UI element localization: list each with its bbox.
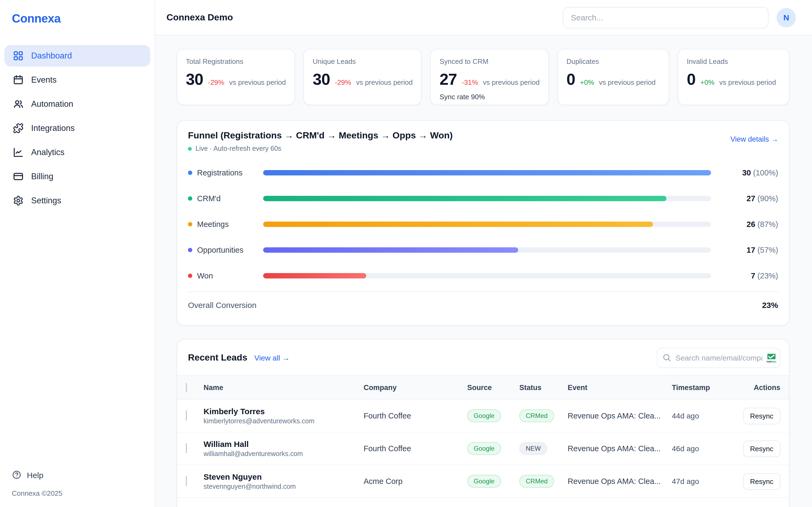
lead-event: Revenue Ops AMA: Clea... — [568, 411, 672, 420]
resync-button[interactable]: Resync — [743, 407, 780, 424]
stat-card-invalid-leads: Invalid Leads 0 +0% vs previous period — [678, 49, 790, 105]
stats-row: Total Registrations 30 -29% vs previous … — [177, 49, 790, 105]
stat-delta: -29% — [208, 78, 224, 87]
sidebar: Connexa Dashboard Events Automation — [0, 0, 155, 507]
funnel-count: 30 — [742, 168, 751, 177]
sidebar-item-events[interactable]: Events — [4, 69, 150, 91]
row-checkbox[interactable] — [186, 476, 187, 486]
sidebar-footer: Help Connexa ©2025 — [0, 470, 155, 507]
stat-value: 0 — [566, 70, 575, 89]
funnel-bar-track — [263, 273, 711, 278]
stat-card-total-registrations: Total Registrations 30 -29% vs previous … — [177, 49, 295, 105]
funnel-card: Funnel (Registrations → CRM'd → Meetings… — [177, 120, 790, 326]
sidebar-item-label: Analytics — [31, 148, 64, 157]
series-dot — [188, 196, 192, 201]
sync-rate-text: Sync rate 90% — [440, 93, 540, 101]
lead-timestamp: 44d ago — [672, 411, 742, 420]
lead-event: Revenue Ops AMA: Clea... — [568, 444, 672, 453]
line-chart-icon — [13, 147, 23, 158]
copyright-text: Connexa ©2025 — [12, 489, 143, 497]
column-header-timestamp: Timestamp — [672, 383, 742, 391]
funnel-bar-fill — [263, 273, 366, 278]
lead-company: Fourth Coffee — [364, 411, 467, 420]
stat-label: Unique Leads — [313, 57, 412, 65]
view-all-link[interactable]: View all → — [254, 353, 290, 362]
search-icon — [662, 353, 671, 362]
tempmail-extension-icon[interactable]: TEMPMAIL — [766, 352, 777, 364]
column-header-company: Company — [364, 383, 467, 391]
calendar-icon — [13, 74, 23, 85]
leads-search-box: TEMPMAIL — [657, 348, 780, 368]
lead-row: William Hall williamhall@adventureworks.… — [177, 433, 789, 465]
lead-email: williamhall@adventureworks.com — [204, 450, 364, 458]
sidebar-item-billing[interactable]: Billing — [4, 166, 150, 187]
sidebar-item-label: Automation — [31, 99, 73, 109]
view-details-link[interactable]: View details → — [730, 135, 778, 143]
funnel-count: 27 — [747, 194, 755, 203]
gear-icon — [13, 195, 23, 206]
funnel-bar-fill — [263, 170, 711, 175]
status-badge: CRMed — [519, 409, 554, 422]
resync-button[interactable]: Resync — [743, 440, 780, 457]
source-badge: Google — [467, 442, 501, 455]
select-all-checkbox[interactable] — [186, 383, 187, 392]
stat-delta: +0% — [580, 78, 594, 87]
credit-card-icon — [13, 171, 23, 182]
help-button[interactable]: Help — [12, 470, 143, 480]
brand-logo: Connexa — [0, 0, 155, 26]
funnel-count: 26 — [747, 220, 755, 229]
user-avatar[interactable]: N — [776, 8, 796, 27]
sidebar-item-dashboard[interactable]: Dashboard — [4, 45, 150, 66]
stat-vs-text: vs previous period — [229, 78, 286, 87]
stat-label: Synced to CRM — [440, 57, 540, 65]
funnel-bar-fill — [263, 222, 653, 227]
stat-value: 27 — [440, 70, 457, 89]
sidebar-item-automation[interactable]: Automation — [4, 93, 150, 115]
stat-vs-text: vs previous period — [719, 78, 776, 87]
funnel-stage-label: Registrations — [197, 168, 243, 177]
series-dot — [188, 248, 192, 252]
stat-delta: -31% — [462, 78, 478, 87]
sidebar-nav: Dashboard Events Automation Integrations — [0, 45, 155, 211]
sidebar-item-label: Events — [31, 75, 57, 85]
funnel-row-won: Won 7 (23%) — [188, 263, 778, 289]
lead-name: William Hall — [204, 439, 364, 449]
series-dot — [188, 222, 192, 226]
stat-card-duplicates: Duplicates 0 +0% vs previous period — [557, 49, 669, 105]
lead-timestamp: 47d ago — [672, 477, 742, 486]
stat-vs-text: vs previous period — [483, 78, 540, 87]
stat-value: 0 — [687, 70, 696, 89]
column-header-event: Event — [568, 383, 672, 391]
funnel-stage-label: CRM'd — [197, 194, 221, 203]
leads-search-input[interactable] — [657, 348, 780, 368]
leads-table-header: Name Company Source Status Event Timesta… — [177, 375, 789, 400]
users-icon — [13, 99, 23, 109]
funnel-bar-track — [263, 196, 711, 201]
stat-label: Invalid Leads — [687, 57, 780, 65]
funnel-bar-fill — [263, 247, 518, 253]
funnel-pct: (90%) — [758, 194, 778, 203]
topbar: Connexa Demo N — [155, 0, 812, 36]
resync-button[interactable]: Resync — [743, 473, 780, 490]
funnel-row-crmd: CRM'd 27 (90%) — [188, 186, 778, 211]
global-search-input[interactable] — [563, 7, 768, 28]
lead-event: Revenue Ops AMA: Clea... — [568, 477, 672, 486]
funnel-bar-track — [263, 222, 711, 227]
sidebar-item-analytics[interactable]: Analytics — [4, 142, 150, 163]
lead-email: stevennguyen@northwind.com — [204, 483, 364, 490]
sidebar-item-settings[interactable]: Settings — [4, 190, 150, 211]
funnel-row-meetings: Meetings 26 (87%) — [188, 211, 778, 237]
funnel-pct: (87%) — [758, 220, 778, 229]
stat-delta: -29% — [335, 78, 351, 87]
funnel-count: 17 — [747, 246, 755, 254]
stat-delta: +0% — [700, 78, 715, 87]
sidebar-item-integrations[interactable]: Integrations — [4, 117, 150, 139]
row-checkbox[interactable] — [186, 410, 187, 420]
recent-leads-card: Recent Leads View all → TEMPMAIL N — [177, 339, 790, 507]
funnel-pct: (23%) — [758, 272, 778, 280]
sidebar-item-label: Billing — [31, 172, 53, 181]
column-header-source: Source — [467, 383, 519, 391]
funnel-row-opportunities: Opportunities 17 (57%) — [188, 237, 778, 263]
funnel-row-registrations: Registrations 30 (100%) — [188, 160, 778, 186]
row-checkbox[interactable] — [186, 443, 187, 453]
